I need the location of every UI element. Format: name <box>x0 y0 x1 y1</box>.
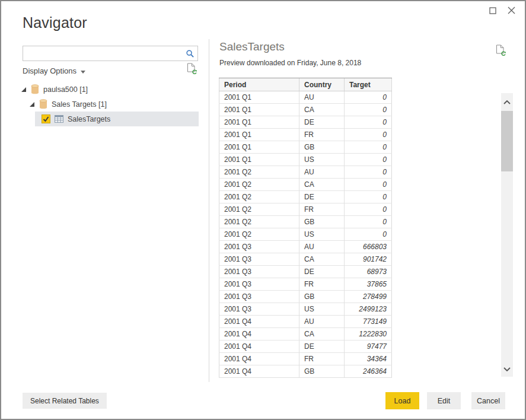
load-button[interactable]: Load <box>385 392 419 409</box>
table-row: 2001 Q1AU0 <box>219 91 392 104</box>
cell-country: DE <box>299 191 345 203</box>
cell-country: GB <box>299 216 345 228</box>
select-related-tables-button[interactable]: Select Related Tables <box>23 393 107 409</box>
cell-period: 2001 Q1 <box>219 154 299 166</box>
cell-period: 2001 Q2 <box>219 166 299 179</box>
search-box <box>23 46 198 61</box>
cell-period: 2001 Q4 <box>219 353 299 365</box>
cell-country: DE <box>299 266 345 278</box>
table-row: 2001 Q4CA1222830 <box>219 328 392 341</box>
cell-period: 2001 Q2 <box>219 191 299 203</box>
cell-country: FR <box>299 278 345 291</box>
refresh-document-icon <box>187 66 197 76</box>
cell-target: 901742 <box>345 253 392 266</box>
cell-period: 2001 Q1 <box>219 91 299 104</box>
table-row: 2001 Q3AU666803 <box>219 241 392 253</box>
cell-country: FR <box>299 129 345 141</box>
scrollbar-thumb[interactable] <box>501 111 513 171</box>
window-controls <box>489 7 515 15</box>
cell-target: 0 <box>345 166 392 179</box>
table-row: 2001 Q1CA0 <box>219 104 392 116</box>
tree-item-label: Sales Targets [1] <box>52 100 107 109</box>
table-row: 2001 Q1DE0 <box>219 116 392 129</box>
tree-expander-icon[interactable] <box>21 87 26 92</box>
tree-item-paulsa500[interactable]: paulsa500 [1] <box>21 82 88 97</box>
cell-period: 2001 Q3 <box>219 278 299 291</box>
cell-target: 773149 <box>345 316 392 328</box>
tree-item-sales-targets-folder[interactable]: Sales Targets [1] <box>30 97 107 112</box>
cell-period: 2001 Q3 <box>219 291 299 303</box>
table-row: 2001 Q3DE68973 <box>219 266 392 278</box>
maximize-button[interactable] <box>489 7 497 15</box>
maximize-icon <box>489 6 496 17</box>
table-row: 2001 Q3US2499123 <box>219 303 392 316</box>
cell-period: 2001 Q2 <box>219 203 299 216</box>
preview-subtitle: Preview downloaded on Friday, June 8, 20… <box>219 59 361 67</box>
cell-country: US <box>299 303 345 316</box>
table-row: 2001 Q2CA0 <box>219 179 392 191</box>
cell-target: 278499 <box>345 291 392 303</box>
cell-country: CA <box>299 328 345 341</box>
cell-target: 0 <box>345 228 392 241</box>
preview-title: SalesTargets <box>219 40 285 53</box>
refresh-preview-button[interactable] <box>496 44 506 58</box>
table-icon <box>55 115 63 123</box>
cell-target: 0 <box>345 191 392 203</box>
column-header-period[interactable]: Period <box>219 78 299 91</box>
edit-button[interactable]: Edit <box>427 392 461 409</box>
close-button[interactable] <box>507 7 515 15</box>
table-row: 2001 Q4FR34364 <box>219 353 392 365</box>
cell-target: 666803 <box>345 241 392 253</box>
scroll-down-button[interactable] <box>501 362 513 374</box>
panel-divider <box>209 39 209 382</box>
cell-target: 0 <box>345 203 392 216</box>
cell-period: 2001 Q1 <box>219 129 299 141</box>
scroll-up-button[interactable] <box>501 96 513 107</box>
tree-expander-icon[interactable] <box>30 102 34 107</box>
close-icon <box>508 6 515 17</box>
cell-target: 0 <box>345 141 392 154</box>
tree-item-label: paulsa500 [1] <box>43 85 88 94</box>
cell-period: 2001 Q3 <box>219 303 299 316</box>
search-icon[interactable] <box>184 49 196 58</box>
chevron-down-icon <box>81 66 85 75</box>
cell-country: CA <box>299 253 345 266</box>
table-header-row: Period Country Target <box>219 78 392 91</box>
cell-period: 2001 Q3 <box>219 253 299 266</box>
table-row: 2001 Q1FR0 <box>219 129 392 141</box>
cell-country: AU <box>299 241 345 253</box>
cell-period: 2001 Q3 <box>219 266 299 278</box>
cell-period: 2001 Q2 <box>219 179 299 191</box>
cell-target: 246364 <box>345 365 392 378</box>
cell-country: AU <box>299 316 345 328</box>
navigator-dialog: Navigator Display Options <box>0 0 526 420</box>
table-row: 2001 Q2GB0 <box>219 216 392 228</box>
search-input[interactable] <box>23 46 184 61</box>
cell-country: DE <box>299 116 345 129</box>
column-header-country[interactable]: Country <box>299 78 345 91</box>
cell-target: 0 <box>345 179 392 191</box>
refresh-document-icon <box>496 47 506 58</box>
cell-period: 2001 Q3 <box>219 241 299 253</box>
cell-target: 34364 <box>345 353 392 365</box>
table-row: 2001 Q2US0 <box>219 228 392 241</box>
cell-period: 2001 Q4 <box>219 328 299 341</box>
preview-scrollbar[interactable] <box>501 93 513 377</box>
column-header-target[interactable]: Target <box>345 78 392 91</box>
cell-period: 2001 Q2 <box>219 228 299 241</box>
salestargets-checkbox[interactable] <box>42 114 50 123</box>
tree-item-label: SalesTargets <box>68 115 110 123</box>
cell-country: AU <box>299 166 345 179</box>
refresh-button[interactable] <box>187 63 197 77</box>
cell-target: 2499123 <box>345 303 392 316</box>
tree-item-salestargets[interactable]: SalesTargets <box>35 112 199 126</box>
display-options-dropdown[interactable]: Display Options <box>23 65 85 77</box>
display-options-label: Display Options <box>23 66 76 75</box>
cell-target: 0 <box>345 216 392 228</box>
cell-period: 2001 Q1 <box>219 116 299 129</box>
chevron-down-icon <box>503 363 511 374</box>
cell-country: AU <box>299 91 345 104</box>
cell-target: 0 <box>345 91 392 104</box>
cancel-button[interactable]: Cancel <box>471 392 505 409</box>
cell-period: 2001 Q1 <box>219 104 299 116</box>
